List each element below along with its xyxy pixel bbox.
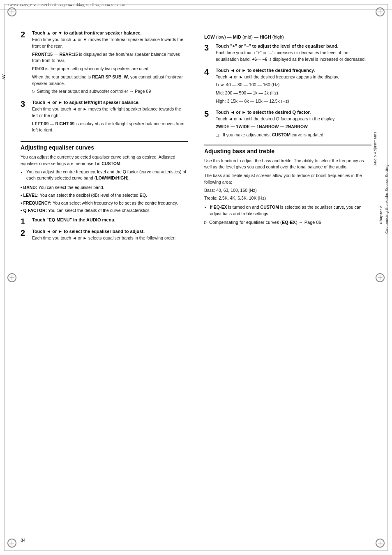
eq-bullet-1: You can adjust the centre frequency, lev… [26, 169, 188, 182]
sidebar-chapter8: Chapter 8 [379, 205, 383, 224]
corner-mark-bl [7, 539, 16, 548]
step-num-3a: 3 [21, 100, 30, 135]
section-heading-bass-treble: Adjusting bass and treble [204, 145, 371, 154]
corner-mark-tl [7, 7, 16, 16]
sidebar-customising: Customising the Audio Source Setting [385, 164, 389, 234]
step-left-right: 3 Touch ◄ or ► to adjust left/right spea… [21, 100, 188, 135]
step-eq-menu: 1 Touch "EQ MENU" in the AUDIO menu. [21, 217, 188, 226]
step-body-5: Touch ◄ or ► until the desired Q factor … [216, 116, 371, 139]
step-num-4: 4 [204, 68, 213, 106]
step-content-5: Touch ◄ or ► to select the desired Q fac… [216, 110, 371, 139]
q-note: □ If you make adjustments, CUSTOM curve … [216, 132, 371, 139]
arrow-icon-comp: ▷ [204, 220, 208, 224]
step-title-2b: Touch ◄ or ► to select the equaliser ban… [32, 229, 188, 234]
step-content-2b: Touch ◄ or ► to select the equaliser ban… [32, 229, 188, 243]
eq-frequency: FREQUENCY: You can select which frequenc… [21, 200, 188, 207]
step-num-3b: 3 [204, 44, 213, 64]
step-select-q: 5 Touch ◄ or ► to select the desired Q f… [204, 110, 371, 139]
step-title-5: Touch ◄ or ► to select the desired Q fac… [216, 110, 371, 115]
eq-bullets: You can adjust the centre frequency, lev… [21, 169, 188, 182]
band-order: LOW (low) — MID (mid) — HIGH (high) [204, 35, 371, 39]
step-select-band: 2 Touch ◄ or ► to select the equaliser b… [21, 229, 188, 243]
step-content-4: Touch ◄ or ► to select the desired frequ… [216, 68, 371, 106]
step-body-3b: Each time you touch "+" or "–" increases… [216, 50, 371, 63]
arrow-icon-2a: ▷ [32, 88, 35, 94]
section-heading-eq-curves: Adjusting equaliser curves [21, 141, 188, 151]
step-front-rear: 2 Touch ▲ or ▼ to adjust front/rear spea… [21, 30, 188, 97]
bass-treble-intro: Use this function to adjust the bass and… [204, 158, 371, 202]
av-side-label: AV [0, 74, 7, 80]
step-body-4: Touch ◄ or ► until the desired frequency… [216, 74, 371, 105]
step-content-3a: Touch ◄ or ► to adjust left/right speake… [32, 100, 188, 135]
eq-level: LEVEL: You can select the decibel (dB) l… [21, 192, 188, 199]
step-content-1b: Touch "EQ MENU" in the AUDIO menu. [32, 217, 188, 226]
step-title-4: Touch ◄ or ► to select the desired frequ… [216, 68, 371, 73]
checkbox-icon-q: □ [216, 132, 221, 139]
step-num-5: 5 [204, 110, 213, 139]
eq-qfactor: Q FACTOR: You can select the details of … [21, 207, 188, 214]
step-title-3b: Touch "+" or "–" to adjust the level of … [216, 44, 371, 48]
step-note-2a: ▷ Setting the rear output and subwoofer … [32, 88, 188, 95]
step-content-2a: Touch ▲ or ▼ to adjust front/rear speake… [32, 30, 188, 97]
header-text: CRB1903B_ENGLISH.book Page 84 Friday, Ap… [8, 2, 126, 7]
step-body-2b: Each time you touch ◄ or ► selects equal… [32, 235, 188, 242]
main-content: 2 Touch ▲ or ▼ to adjust front/rear spea… [0, 30, 392, 246]
step-select-freq: 4 Touch ◄ or ► to select the desired fre… [204, 68, 371, 106]
eq-band: BAND: You can select the equaliser band. [21, 184, 188, 191]
sidebar-audio-adjustments: Audio Adjustments [373, 131, 377, 166]
page-number: 84 [21, 538, 25, 543]
step-title-3a: Touch ◄ or ► to adjust left/right speake… [32, 100, 188, 105]
header-bar: CRB1903B_ENGLISH.book Page 84 Friday, Ap… [0, 0, 392, 10]
step-title-1b: Touch "EQ MENU" in the AUDIO menu. [32, 217, 188, 222]
right-column: LOW (low) — MID (mid) — HIGH (high) 3 To… [196, 30, 371, 246]
step-body-3a: Each time you touch ◄ or ► moves the lef… [32, 106, 188, 134]
corner-mark-br [376, 539, 385, 548]
step-num-2b: 2 [21, 229, 30, 243]
step-title-2a: Touch ▲ or ▼ to adjust front/rear speake… [32, 30, 188, 35]
corner-mark-mr [376, 273, 385, 282]
step-num-2a: 2 [21, 30, 30, 97]
left-column: 2 Touch ▲ or ▼ to adjust front/rear spea… [21, 30, 196, 246]
bass-treble-bullet-1: If EQ-EX is turned on and CUSTOM is sele… [210, 204, 371, 217]
eq-intro: You can adjust the currently selected eq… [21, 154, 188, 167]
step-adjust-level: 3 Touch "+" or "–" to adjust the level o… [204, 44, 371, 64]
corner-mark-tr [376, 7, 385, 16]
step-num-1b: 1 [21, 217, 30, 226]
compensating-note: ▷ Compensating for equaliser curves (EQ-… [204, 220, 371, 225]
corner-mark-ml [7, 273, 16, 282]
step-content-3b: Touch "+" or "–" to adjust the level of … [216, 44, 371, 64]
bass-treble-bullets: If EQ-EX is turned on and CUSTOM is sele… [204, 204, 371, 217]
eq-sub-bullets: BAND: You can select the equaliser band.… [21, 184, 188, 214]
step-body-2a: Each time you touch ▲ or ▼ moves the fro… [32, 37, 188, 95]
